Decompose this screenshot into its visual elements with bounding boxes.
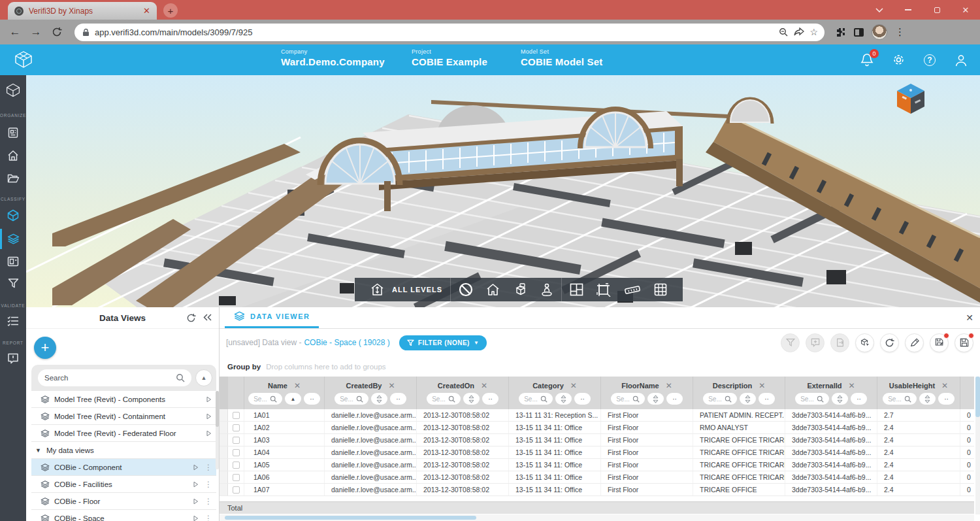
sidebar-logo-icon[interactable] (0, 83, 26, 97)
column-header[interactable]: Description✕Se...·· (693, 377, 785, 409)
column-sort-button[interactable] (463, 393, 480, 405)
table-row[interactable]: 1A02danielle.r.love@usace.arm...2013-12-… (220, 422, 974, 434)
remove-column-icon[interactable]: ✕ (666, 381, 672, 390)
column-search-input[interactable]: Se... (795, 393, 829, 405)
edit-view-button[interactable] (905, 333, 924, 352)
data-view-item[interactable]: Model Tree (Revit) - Components (31, 391, 216, 408)
data-view-item[interactable]: COBie - Component⋮ (31, 459, 216, 476)
column-search-input[interactable]: Se... (427, 393, 461, 405)
measure-ruler-icon[interactable] (624, 284, 641, 295)
column-search-input[interactable]: Se... (703, 393, 737, 405)
column-sort-button[interactable] (647, 393, 664, 405)
refresh-button[interactable] (48, 27, 65, 37)
group-by-bar[interactable]: Group by Drop columns here to add to gro… (220, 356, 980, 377)
data-view-item[interactable]: COBie - Facilities⋮ (31, 476, 216, 493)
item-menu-button[interactable]: ⋮ (204, 480, 212, 489)
column-menu-button[interactable]: ·· (938, 393, 955, 405)
column-search-input[interactable]: Se... (611, 393, 645, 405)
column-sort-button[interactable] (740, 393, 756, 405)
settings-gear-icon[interactable] (891, 53, 906, 67)
sidebar-item-3d-classify[interactable] (0, 209, 26, 222)
new-tab-button[interactable]: + (163, 3, 178, 18)
column-menu-button[interactable]: ·· (759, 393, 775, 405)
column-search-input[interactable]: Se... (883, 393, 917, 405)
row-checkbox[interactable] (233, 437, 240, 444)
column-menu-button[interactable]: ·· (666, 393, 683, 405)
url-bar[interactable]: app.verifi3d.com/main/models/3099/7/925 … (74, 24, 825, 41)
split-view-icon[interactable] (570, 283, 583, 296)
table-row[interactable]: 1A04danielle.r.love@usace.arm...2013-12-… (220, 446, 974, 459)
remove-column-icon[interactable]: ✕ (941, 381, 948, 390)
close-data-viewer-icon[interactable]: ✕ (966, 312, 973, 323)
first-person-icon[interactable] (540, 282, 553, 297)
collapse-panel-icon[interactable] (203, 313, 212, 323)
data-views-search-input[interactable]: Search (38, 369, 191, 386)
column-sort-button[interactable] (371, 393, 387, 405)
collapse-list-button[interactable]: ▲ (195, 369, 212, 386)
remove-column-icon[interactable]: ✕ (481, 381, 487, 390)
item-menu-button[interactable]: ⋮ (204, 497, 212, 506)
sidebar-item-home[interactable] (0, 150, 26, 161)
column-header[interactable]: FloorName✕Se...·· (600, 377, 693, 409)
row-checkbox[interactable] (233, 474, 240, 481)
remove-column-icon[interactable]: ✕ (570, 381, 577, 390)
column-search-input[interactable]: Se... (519, 393, 553, 405)
save-as-button[interactable] (930, 333, 949, 352)
run-view-button[interactable] (191, 463, 199, 471)
user-account-icon[interactable] (954, 53, 968, 67)
data-views-scrollbar[interactable] (216, 391, 219, 469)
column-search-input[interactable]: Se... (248, 393, 282, 405)
column-search-input[interactable]: Se... (335, 393, 368, 405)
section-box-icon[interactable] (513, 283, 527, 297)
run-view-button[interactable] (204, 395, 212, 403)
row-checkbox[interactable] (233, 486, 240, 494)
remove-column-icon[interactable]: ✕ (388, 381, 395, 390)
column-sort-button[interactable] (919, 393, 936, 405)
column-menu-button[interactable]: ·· (482, 393, 498, 405)
save-button[interactable] (955, 333, 973, 352)
extensions-puzzle-icon[interactable] (835, 27, 846, 38)
remove-column-icon[interactable]: ✕ (759, 381, 765, 390)
add-data-view-button[interactable]: + (34, 337, 56, 359)
data-view-item[interactable]: COBie - Space⋮ (31, 510, 216, 521)
window-restore-button[interactable] (923, 0, 951, 20)
tab-close-icon[interactable]: ✕ (143, 6, 150, 16)
section-plane-icon[interactable] (596, 283, 611, 297)
sidebar-item-properties[interactable] (0, 256, 26, 267)
column-sort-button[interactable] (555, 393, 572, 405)
table-row[interactable]: 1A03danielle.r.love@usace.arm...2013-12-… (220, 434, 974, 446)
column-sort-button[interactable] (832, 393, 848, 405)
profile-avatar[interactable] (872, 24, 887, 40)
data-view-item[interactable]: Model Tree (Revit) - Federated Floor (31, 425, 216, 442)
window-close-button[interactable]: ✕ (951, 0, 980, 20)
navigation-cube[interactable] (897, 84, 924, 114)
column-header[interactable]: CreatedBy✕Se...·· (324, 377, 416, 409)
row-checkbox[interactable] (233, 462, 240, 469)
table-row[interactable]: 1A07danielle.r.love@usace.arm...2013-12-… (220, 484, 974, 496)
run-view-button[interactable] (191, 514, 199, 521)
levels-icon[interactable] (370, 283, 384, 296)
row-checkbox[interactable] (233, 412, 240, 419)
forward-button[interactable]: → (27, 25, 44, 39)
row-checkbox[interactable] (233, 449, 240, 456)
current-view-name[interactable]: COBie - Space ( 19028 ) (304, 338, 389, 347)
column-header[interactable]: ExternalId✕Se...·· (785, 377, 877, 409)
table-row[interactable]: 1A05danielle.r.love@usace.arm...2013-12-… (220, 459, 974, 471)
refresh-views-icon[interactable] (186, 313, 196, 323)
item-menu-button[interactable]: ⋮ (204, 463, 212, 472)
window-chevron-button[interactable] (865, 0, 894, 20)
column-menu-button[interactable]: ·· (304, 393, 320, 405)
help-icon[interactable]: ? (923, 53, 937, 67)
column-sort-button[interactable]: ▲ (285, 393, 301, 405)
bookmark-star-icon[interactable]: ☆ (809, 27, 818, 37)
column-header[interactable]: Category✕Se...·· (508, 377, 600, 409)
refresh-table-button[interactable] (880, 333, 899, 352)
notifications-bell-icon[interactable]: 0 (860, 53, 874, 67)
row-checkbox[interactable] (233, 424, 240, 431)
column-menu-button[interactable]: ·· (574, 393, 591, 405)
all-levels-label[interactable]: ALL LEVELS (392, 286, 442, 294)
column-menu-button[interactable]: ·· (851, 393, 867, 405)
data-view-item[interactable]: COBie - Floor⋮ (31, 493, 216, 510)
sidebar-item-projects-folder[interactable] (0, 173, 26, 184)
horizontal-scrollbar[interactable] (220, 514, 974, 521)
